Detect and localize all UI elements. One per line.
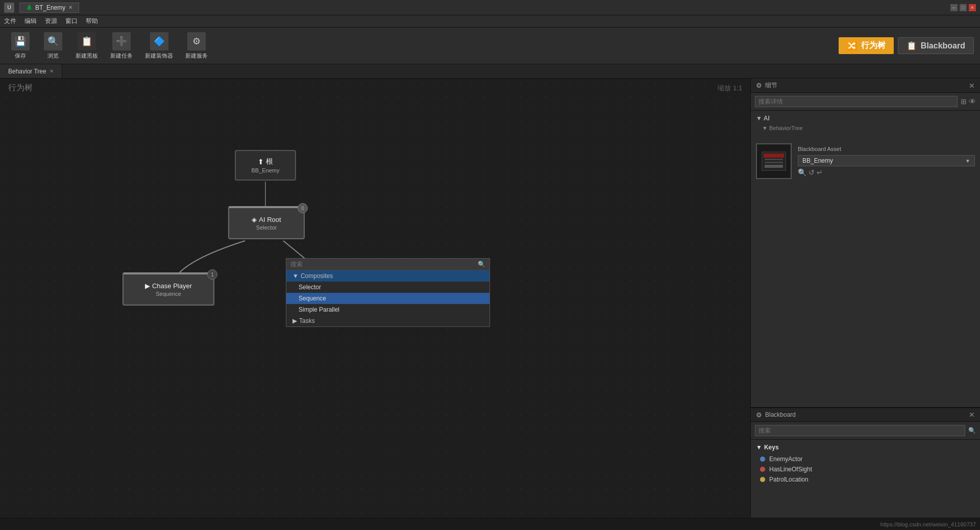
sequence-menu-item[interactable]: Sequence — [286, 293, 489, 304]
new-service-label: 新建服务 — [185, 52, 208, 60]
details-close-btn[interactable]: ✕ — [969, 82, 975, 90]
chase-node-subtitle: Sequence — [156, 291, 181, 297]
close-btn[interactable]: ✕ — [969, 4, 976, 11]
browse-button[interactable]: 🔍 浏览 — [39, 30, 67, 62]
minimize-btn[interactable]: ─ — [950, 4, 958, 11]
behavior-tree-tab-button[interactable]: 🔀 行为树 — [839, 37, 894, 54]
menu-edit[interactable]: 编辑 — [24, 17, 37, 26]
new-blackboard-button[interactable]: 📋 新建黑板 — [71, 30, 102, 62]
chase-node-title: ▶ Chase Player — [145, 282, 192, 290]
toolbar-right: 🔀 行为树 📋 Blackboard — [839, 37, 974, 54]
blackboard-header-title: Blackboard — [765, 411, 796, 418]
menu-assets[interactable]: 资源 — [45, 17, 57, 26]
bb-clear-icon[interactable]: ↵ — [817, 168, 823, 176]
editor-tab[interactable]: 🌲 BT_Enemy ✕ — [19, 3, 79, 13]
save-icon: 💾 — [11, 32, 30, 51]
bb-browse-icon[interactable]: 🔍 — [798, 168, 806, 176]
new-decorator-icon: 🔷 — [150, 32, 168, 51]
details-ai-section: ▼ AI ▼ BehaviorTree — [751, 111, 980, 139]
patrol-location-key[interactable]: PatrolLocation — [756, 474, 975, 485]
bb-asset-dropdown[interactable]: BB_Enemy ▼ — [798, 155, 975, 166]
save-button[interactable]: 💾 保存 — [6, 30, 35, 62]
tab-close-btn[interactable]: ✕ — [68, 5, 72, 10]
dropdown-arrow-icon[interactable]: ▼ — [965, 158, 970, 164]
selector-node-title: ◈ AI Root — [252, 216, 281, 223]
tasks-category[interactable]: ▶ Tasks — [286, 315, 489, 326]
enemy-actor-dot — [760, 457, 765, 462]
chase-badge: 1 — [207, 269, 217, 280]
root-icon: ⬆ — [258, 158, 264, 166]
canvas-header: 行为树 缩放 1:1 — [0, 79, 750, 97]
details-panel-icon: ⚙ — [756, 82, 762, 89]
bb-dropdown-value: BB_Enemy — [802, 157, 963, 164]
status-url: https://blog.csdn.net/weixin_41160737 — [880, 521, 976, 527]
canvas[interactable]: 行为树 缩放 1:1 ⬆ 根 BB_Enemy 0 ◈ — [0, 79, 750, 530]
composite-dropdown[interactable]: 🔍 ▼ Composites Selector Sequence Simple … — [286, 258, 490, 327]
menu-file[interactable]: 文件 — [4, 17, 16, 26]
details-search-input[interactable] — [755, 96, 958, 107]
details-header: ⚙ 细节 ✕ — [751, 79, 980, 93]
eye-icon[interactable]: 👁 — [969, 97, 976, 106]
keys-section: ▼ Keys EnemyActor HasLineOfSight PatrolL… — [751, 440, 980, 489]
has-line-of-sight-key[interactable]: HasLineOfSight — [756, 464, 975, 474]
bb-asset-label: Blackboard Asset — [798, 146, 975, 152]
chase-node[interactable]: 1 ▶ Chase Player Sequence — [122, 272, 214, 306]
root-node-subtitle: BB_Enemy — [251, 167, 279, 173]
bt-expand-icon: ▼ — [762, 125, 769, 131]
behavior-tree-icon: 🔀 — [847, 41, 857, 51]
status-bar: https://blog.csdn.net/weixin_41160737 — [0, 518, 980, 530]
new-task-label: 新建任务 — [110, 52, 133, 60]
main-area: 行为树 缩放 1:1 ⬆ 根 BB_Enemy 0 ◈ — [0, 79, 980, 530]
bb-thumbnail-inner — [762, 152, 786, 171]
simple-parallel-menu-item[interactable]: Simple Parallel — [286, 304, 489, 315]
bb-asset-info: Blackboard Asset BB_Enemy ▼ 🔍 ↺ ↵ — [798, 146, 975, 176]
title-bar: U 🌲 BT_Enemy ✕ ─ □ ✕ — [0, 0, 980, 15]
behavior-tree-label: 行为树 — [861, 40, 886, 51]
enemy-actor-key[interactable]: EnemyActor — [756, 454, 975, 464]
bb-thumb-header — [764, 154, 784, 158]
browse-icon: 🔍 — [44, 32, 62, 51]
details-search-icons: ⊞ 👁 — [961, 97, 976, 106]
menu-window[interactable]: 窗口 — [65, 17, 78, 26]
new-task-icon: ➕ — [112, 32, 131, 51]
dropdown-search-icon: 🔍 — [478, 261, 485, 268]
behavior-tree-tab[interactable]: Behavior Tree ✕ — [0, 64, 62, 78]
composites-category[interactable]: ▼ Composites — [286, 270, 489, 282]
bb-reset-icon[interactable]: ↺ — [808, 168, 815, 176]
dropdown-search-row: 🔍 — [286, 259, 489, 270]
new-decorator-label: 新建装饰器 — [145, 52, 173, 60]
details-panel: ⚙ 细节 ✕ ⊞ 👁 ▼ AI ▼ BehaviorTree — [751, 79, 980, 408]
bb-thumb-line2 — [765, 162, 783, 163]
new-task-button[interactable]: ➕ 新建任务 — [106, 30, 137, 62]
root-node[interactable]: ⬆ 根 BB_Enemy — [235, 150, 296, 181]
tab-tree-close[interactable]: ✕ — [50, 68, 54, 74]
blackboard-search-input[interactable] — [755, 425, 965, 436]
right-panel: ⚙ 细节 ✕ ⊞ 👁 ▼ AI ▼ BehaviorTree — [750, 79, 980, 530]
tab-tree-label: Behavior Tree — [8, 68, 46, 75]
blackboard-close-btn[interactable]: ✕ — [969, 411, 975, 419]
blackboard-header-icon: ⚙ — [756, 411, 762, 419]
blackboard-header: ⚙ Blackboard ✕ — [751, 408, 980, 422]
blackboard-tab-button[interactable]: 📋 Blackboard — [898, 37, 974, 54]
dropdown-search-input[interactable] — [290, 261, 478, 268]
new-service-icon: ⚙ — [187, 32, 206, 51]
menu-help[interactable]: 帮助 — [86, 17, 98, 26]
maximize-btn[interactable]: □ — [960, 4, 967, 11]
tab-icon: 🌲 — [26, 5, 32, 10]
new-decorator-button[interactable]: 🔷 新建装饰器 — [141, 30, 177, 62]
selector-node[interactable]: 0 ◈ AI Root Selector — [228, 206, 305, 239]
menu-bar: 文件 编辑 资源 窗口 帮助 — [0, 15, 980, 28]
bb-thumb-line1 — [765, 159, 783, 160]
ai-section-header: ▼ AI — [756, 115, 975, 122]
details-panel-title: 细节 — [765, 81, 777, 90]
keys-expand-icon: ▼ — [756, 444, 762, 451]
svg-line-1 — [283, 241, 306, 260]
canvas-zoom: 缩放 1:1 — [718, 84, 742, 93]
ai-expand-icon: ▼ — [756, 115, 764, 122]
tab-label: BT_Enemy — [35, 4, 65, 11]
selector-menu-item[interactable]: Selector — [286, 282, 489, 293]
grid-view-icon[interactable]: ⊞ — [961, 97, 967, 106]
new-service-button[interactable]: ⚙ 新建服务 — [181, 30, 212, 62]
enemy-actor-label: EnemyActor — [769, 456, 802, 463]
patrol-location-dot — [760, 477, 765, 482]
